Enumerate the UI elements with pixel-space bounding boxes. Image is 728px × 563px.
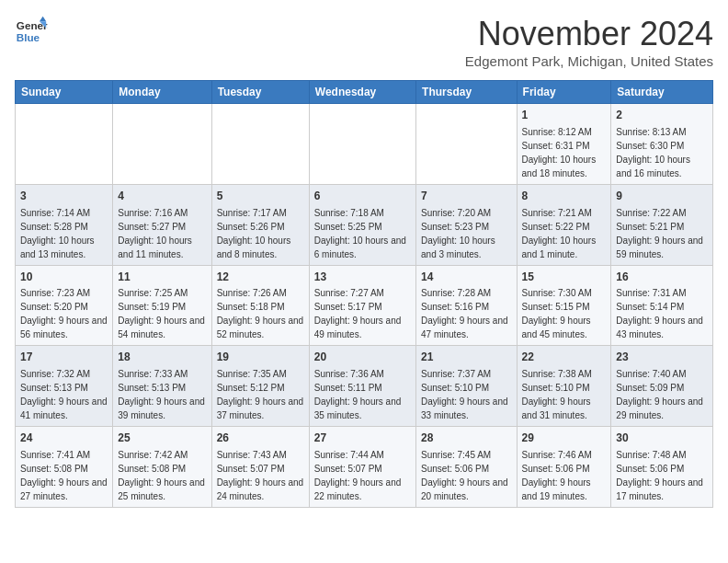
day-info: Sunrise: 7:26 AM Sunset: 5:18 PM Dayligh… (217, 288, 304, 339)
calendar-cell (309, 104, 415, 185)
day-number: 17 (20, 350, 108, 365)
day-info: Sunrise: 7:30 AM Sunset: 5:15 PM Dayligh… (522, 288, 592, 339)
day-info: Sunrise: 7:33 AM Sunset: 5:13 PM Dayligh… (118, 369, 205, 420)
day-number: 16 (616, 270, 708, 285)
day-info: Sunrise: 7:42 AM Sunset: 5:08 PM Dayligh… (118, 450, 205, 501)
calendar-cell: 2Sunrise: 8:13 AM Sunset: 6:30 PM Daylig… (611, 104, 713, 185)
day-number: 27 (314, 431, 411, 446)
day-info: Sunrise: 7:44 AM Sunset: 5:07 PM Dayligh… (314, 450, 402, 501)
day-info: Sunrise: 7:38 AM Sunset: 5:10 PM Dayligh… (522, 369, 592, 420)
header-day-wednesday: Wednesday (309, 81, 415, 104)
calendar-cell: 6Sunrise: 7:18 AM Sunset: 5:25 PM Daylig… (309, 184, 415, 265)
day-number: 24 (20, 431, 108, 446)
day-number: 7 (421, 189, 512, 204)
logo: General Blue (15, 15, 48, 48)
day-info: Sunrise: 7:25 AM Sunset: 5:19 PM Dayligh… (118, 288, 205, 339)
calendar-cell: 25Sunrise: 7:42 AM Sunset: 5:08 PM Dayli… (113, 427, 211, 508)
calendar-cell: 21Sunrise: 7:37 AM Sunset: 5:10 PM Dayli… (416, 346, 518, 427)
page-header: General Blue November 2024 Edgemont Park… (15, 15, 713, 69)
calendar-cell: 7Sunrise: 7:20 AM Sunset: 5:23 PM Daylig… (416, 184, 518, 265)
calendar-cell: 18Sunrise: 7:33 AM Sunset: 5:13 PM Dayli… (113, 346, 211, 427)
calendar-cell: 1Sunrise: 8:12 AM Sunset: 6:31 PM Daylig… (517, 104, 611, 185)
day-info: Sunrise: 8:13 AM Sunset: 6:30 PM Dayligh… (616, 127, 690, 178)
day-info: Sunrise: 8:12 AM Sunset: 6:31 PM Dayligh… (522, 127, 597, 178)
week-row-1: 1Sunrise: 8:12 AM Sunset: 6:31 PM Daylig… (16, 104, 713, 185)
calendar-cell: 15Sunrise: 7:30 AM Sunset: 5:15 PM Dayli… (517, 265, 611, 346)
header-day-sunday: Sunday (16, 81, 113, 104)
day-number: 13 (314, 270, 411, 285)
day-number: 26 (217, 431, 304, 446)
svg-text:Blue: Blue (17, 31, 40, 43)
calendar-cell: 3Sunrise: 7:14 AM Sunset: 5:28 PM Daylig… (16, 184, 113, 265)
header-day-thursday: Thursday (416, 81, 518, 104)
calendar-cell: 16Sunrise: 7:31 AM Sunset: 5:14 PM Dayli… (611, 265, 713, 346)
calendar-cell: 10Sunrise: 7:23 AM Sunset: 5:20 PM Dayli… (16, 265, 113, 346)
logo-icon: General Blue (15, 15, 48, 48)
calendar-cell: 28Sunrise: 7:45 AM Sunset: 5:06 PM Dayli… (416, 427, 518, 508)
day-info: Sunrise: 7:45 AM Sunset: 5:06 PM Dayligh… (421, 450, 508, 501)
day-number: 23 (616, 350, 708, 365)
day-info: Sunrise: 7:27 AM Sunset: 5:17 PM Dayligh… (314, 288, 402, 339)
day-info: Sunrise: 7:32 AM Sunset: 5:13 PM Dayligh… (20, 369, 108, 420)
calendar-cell: 9Sunrise: 7:22 AM Sunset: 5:21 PM Daylig… (611, 184, 713, 265)
day-number: 22 (522, 350, 607, 365)
day-number: 5 (217, 189, 304, 204)
day-info: Sunrise: 7:17 AM Sunset: 5:26 PM Dayligh… (217, 208, 291, 259)
calendar-cell: 20Sunrise: 7:36 AM Sunset: 5:11 PM Dayli… (309, 346, 415, 427)
calendar-cell: 13Sunrise: 7:27 AM Sunset: 5:17 PM Dayli… (309, 265, 415, 346)
day-number: 12 (217, 270, 304, 285)
day-info: Sunrise: 7:40 AM Sunset: 5:09 PM Dayligh… (616, 369, 703, 420)
header-day-friday: Friday (517, 81, 611, 104)
calendar-cell (113, 104, 211, 185)
calendar-cell: 23Sunrise: 7:40 AM Sunset: 5:09 PM Dayli… (611, 346, 713, 427)
calendar-cell: 24Sunrise: 7:41 AM Sunset: 5:08 PM Dayli… (16, 427, 113, 508)
week-row-2: 3Sunrise: 7:14 AM Sunset: 5:28 PM Daylig… (16, 184, 713, 265)
day-info: Sunrise: 7:20 AM Sunset: 5:23 PM Dayligh… (421, 208, 495, 259)
day-number: 25 (118, 431, 206, 446)
calendar-cell: 26Sunrise: 7:43 AM Sunset: 5:07 PM Dayli… (211, 427, 309, 508)
day-number: 15 (522, 270, 607, 285)
day-info: Sunrise: 7:14 AM Sunset: 5:28 PM Dayligh… (20, 208, 95, 259)
title-area: November 2024 Edgemont Park, Michigan, U… (465, 15, 713, 69)
day-number: 2 (616, 108, 708, 123)
day-info: Sunrise: 7:41 AM Sunset: 5:08 PM Dayligh… (20, 450, 108, 501)
day-number: 3 (20, 189, 108, 204)
day-info: Sunrise: 7:16 AM Sunset: 5:27 PM Dayligh… (118, 208, 192, 259)
calendar-cell: 27Sunrise: 7:44 AM Sunset: 5:07 PM Dayli… (309, 427, 415, 508)
day-number: 8 (522, 189, 607, 204)
calendar-cell: 11Sunrise: 7:25 AM Sunset: 5:19 PM Dayli… (113, 265, 211, 346)
day-number: 4 (118, 189, 206, 204)
day-number: 1 (522, 108, 607, 123)
calendar-cell (416, 104, 518, 185)
day-number: 21 (421, 350, 512, 365)
day-info: Sunrise: 7:28 AM Sunset: 5:16 PM Dayligh… (421, 288, 508, 339)
day-info: Sunrise: 7:36 AM Sunset: 5:11 PM Dayligh… (314, 369, 402, 420)
calendar-cell: 12Sunrise: 7:26 AM Sunset: 5:18 PM Dayli… (211, 265, 309, 346)
week-row-5: 24Sunrise: 7:41 AM Sunset: 5:08 PM Dayli… (16, 427, 713, 508)
header-day-monday: Monday (113, 81, 211, 104)
header-day-tuesday: Tuesday (211, 81, 309, 104)
calendar-cell: 29Sunrise: 7:46 AM Sunset: 5:06 PM Dayli… (517, 427, 611, 508)
day-number: 19 (217, 350, 304, 365)
day-info: Sunrise: 7:48 AM Sunset: 5:06 PM Dayligh… (616, 450, 703, 501)
day-number: 11 (118, 270, 206, 285)
calendar-cell: 17Sunrise: 7:32 AM Sunset: 5:13 PM Dayli… (16, 346, 113, 427)
day-number: 20 (314, 350, 411, 365)
day-info: Sunrise: 7:21 AM Sunset: 5:22 PM Dayligh… (522, 208, 597, 259)
calendar-cell: 14Sunrise: 7:28 AM Sunset: 5:16 PM Dayli… (416, 265, 518, 346)
day-number: 10 (20, 270, 108, 285)
day-info: Sunrise: 7:31 AM Sunset: 5:14 PM Dayligh… (616, 288, 703, 339)
day-info: Sunrise: 7:43 AM Sunset: 5:07 PM Dayligh… (217, 450, 304, 501)
day-number: 14 (421, 270, 512, 285)
day-info: Sunrise: 7:18 AM Sunset: 5:25 PM Dayligh… (314, 208, 406, 259)
calendar-cell: 22Sunrise: 7:38 AM Sunset: 5:10 PM Dayli… (517, 346, 611, 427)
month-title: November 2024 (465, 15, 713, 53)
day-number: 9 (616, 189, 708, 204)
calendar-cell: 30Sunrise: 7:48 AM Sunset: 5:06 PM Dayli… (611, 427, 713, 508)
week-row-3: 10Sunrise: 7:23 AM Sunset: 5:20 PM Dayli… (16, 265, 713, 346)
day-number: 29 (522, 431, 607, 446)
day-info: Sunrise: 7:35 AM Sunset: 5:12 PM Dayligh… (217, 369, 304, 420)
day-info: Sunrise: 7:22 AM Sunset: 5:21 PM Dayligh… (616, 208, 703, 259)
day-number: 30 (616, 431, 708, 446)
day-info: Sunrise: 7:37 AM Sunset: 5:10 PM Dayligh… (421, 369, 508, 420)
